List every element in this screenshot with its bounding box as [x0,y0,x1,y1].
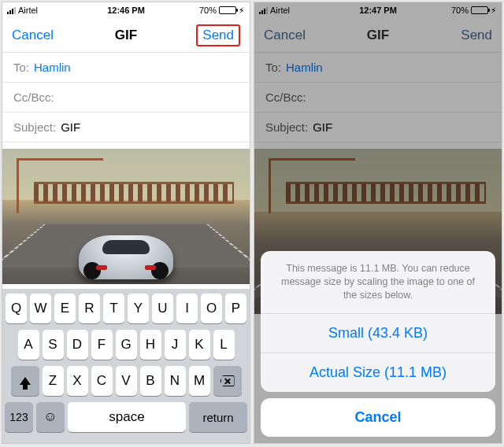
key-k[interactable]: K [189,330,210,360]
space-key[interactable]: space [68,402,186,432]
to-value: Hamlin [34,61,71,74]
carrier-label: Airtel [18,6,38,15]
key-r[interactable]: R [79,294,100,323]
subject-label: Subject: [13,120,56,134]
key-n[interactable]: N [165,366,186,396]
key-p[interactable]: P [225,294,246,323]
cancel-button[interactable]: Cancel [12,28,54,43]
clock: 12:46 PM [107,6,145,15]
nav-title: GIF [115,28,137,43]
sheet-cancel-button[interactable]: Cancel [261,398,495,437]
key-v[interactable]: V [116,366,137,396]
key-j[interactable]: J [165,330,186,360]
send-button[interactable]: Send [196,24,240,46]
key-u[interactable]: U [152,294,173,323]
key-f[interactable]: F [91,330,113,360]
to-label: To: [13,61,29,74]
signal-icon [7,7,16,14]
key-x[interactable]: X [67,366,88,396]
key-c[interactable]: C [91,366,113,396]
key-q[interactable]: Q [6,294,27,323]
key-z[interactable]: Z [43,366,64,396]
emoji-key[interactable]: ☺ [36,402,65,432]
key-w[interactable]: W [30,294,51,323]
shift-icon [20,377,31,385]
nav-bar: Cancel GIF Send [2,18,250,53]
subject-field[interactable]: Subject: GIF [2,113,250,142]
backspace-key[interactable] [213,366,242,396]
phone-left: Airtel 12:46 PM 70% ⚡︎ Cancel GIF Send T… [2,2,250,444]
charging-icon: ⚡︎ [239,6,245,16]
shift-key[interactable] [11,366,39,396]
battery-icon [219,6,236,14]
size-action-sheet: This message is 11.1 MB. You can reduce … [261,251,495,437]
key-s[interactable]: S [43,330,64,360]
sheet-message: This message is 11.1 MB. You can reduce … [261,251,495,314]
option-small[interactable]: Small (43.4 KB) [261,314,495,353]
key-e[interactable]: E [54,294,76,323]
ccbcc-field[interactable]: Cc/Bcc: [2,83,250,113]
attachment-image[interactable] [2,142,250,284]
key-l[interactable]: L [213,330,235,360]
battery-pct: 70% [199,6,217,15]
key-o[interactable]: O [201,294,222,323]
option-actual-size[interactable]: Actual Size (11.1 MB) [261,353,495,392]
key-m[interactable]: M [189,366,210,396]
phone-right: Airtel 12:47 PM 70% ⚡︎ Cancel GIF Send T… [254,2,502,444]
key-i[interactable]: I [176,294,198,323]
key-d[interactable]: D [67,330,88,360]
key-y[interactable]: Y [128,294,149,323]
status-bar: Airtel 12:46 PM 70% ⚡︎ [2,2,250,18]
to-field[interactable]: To: Hamlin [2,53,250,83]
key-t[interactable]: T [103,294,124,323]
emoji-icon: ☺ [43,409,57,425]
numbers-key[interactable]: 123 [5,402,33,432]
key-g[interactable]: G [116,330,137,360]
keyboard: QWERTYUIOP ASDFGHJKL ZXCVBNM 123 ☺ space… [2,289,250,443]
key-b[interactable]: B [140,366,161,396]
key-h[interactable]: H [140,330,161,360]
return-key[interactable]: return [189,402,247,432]
key-a[interactable]: A [18,330,39,360]
backspace-icon [220,375,235,386]
subject-value: GIF [61,120,80,134]
ccbcc-label: Cc/Bcc: [13,91,54,104]
